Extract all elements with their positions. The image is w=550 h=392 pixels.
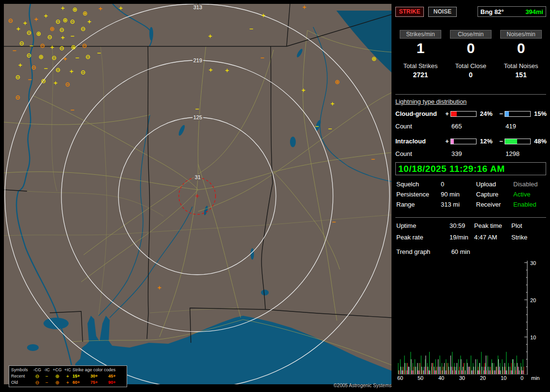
receiver-label: Receiver: [476, 201, 513, 208]
clock: 10/18/2025 11:29:16 AM: [395, 162, 546, 175]
range-value: 313 mi: [441, 201, 476, 208]
gauge-fill: [451, 112, 457, 116]
legend-age-code: 30+: [90, 373, 108, 379]
legend-row-label: Old: [11, 379, 32, 386]
cg-positive-gauge: [450, 111, 477, 117]
legend-symbol: ⊖: [32, 373, 42, 379]
app-window: 313 219 125 31 Symbols-CG-IC+CG+ICStrike…: [0, 0, 550, 392]
legend-age-code: 90+: [108, 379, 125, 386]
total-noises-value: 151: [496, 71, 546, 79]
legend-type-header: +IC: [63, 367, 72, 373]
plot-value: Strike: [511, 234, 546, 241]
uptime-label: Uptime: [396, 222, 449, 229]
y-tick-20: 20: [530, 297, 536, 303]
ring-label-219: 219: [193, 57, 202, 63]
uptime-value: 30:59: [449, 222, 474, 229]
total-close-label: Total Close: [446, 62, 496, 70]
minus-sign: −: [498, 138, 505, 145]
legend-symbol: −: [42, 373, 52, 379]
ic-negative-count: 1298: [505, 150, 532, 157]
gauge-fill: [505, 112, 509, 116]
copyright: ©2005 Astrogenic Systems: [333, 383, 391, 388]
gauge-fill: [451, 139, 454, 144]
section-divider: [395, 217, 546, 218]
intracloud-count-row: Count 339 1298: [395, 150, 546, 158]
strikes-per-min-value: 1: [395, 41, 446, 56]
trend-graph-window: 60 min: [451, 248, 470, 255]
peak-rate-label: Peak rate: [396, 234, 449, 241]
legend-symbols-header: Symbols: [11, 367, 32, 373]
trend-graph-label: Trend graph: [396, 248, 449, 255]
distribution-title: Lightning type distribution: [395, 98, 546, 105]
upload-label: Upload: [476, 181, 513, 188]
cg-positive-pct: 24%: [478, 110, 498, 117]
total-close-value: 0: [446, 71, 496, 79]
x-unit-label: min: [531, 375, 540, 381]
strikes-per-min-label: Strikes/min: [400, 30, 441, 39]
x-tick-0: 0: [521, 375, 523, 381]
top-bar: STRIKE NOISE Bng 82° 394mi: [395, 6, 546, 17]
legend-type-header: -CG: [32, 367, 42, 373]
noises-per-min-label: Noises/min: [500, 30, 542, 39]
intracloud-row: Intracloud + 12% − 48%: [395, 137, 546, 145]
legend-symbol: ⊕: [52, 379, 63, 386]
cloud-ground-row: Cloud-ground + 24% − 15%: [395, 110, 546, 118]
squelch-value: 0: [441, 181, 476, 188]
stats-column-close: Close/min 0 Total Close 0: [446, 30, 496, 79]
cg-negative-count: 419: [505, 123, 532, 130]
x-tick-20: 20: [480, 375, 486, 381]
noise-button[interactable]: NOISE: [428, 7, 457, 17]
stats-column-strikes: Strikes/min 1 Total Strikes 2721: [395, 30, 446, 79]
legend-age-code: 60+: [72, 379, 90, 386]
close-per-min-value: 0: [446, 41, 496, 56]
count-label: Count: [395, 123, 444, 130]
x-tick-50: 50: [418, 375, 423, 381]
legend-type-header: -IC: [42, 367, 52, 373]
bearing-box: Bng 82° 394mi: [478, 6, 546, 17]
strike-button[interactable]: STRIKE: [395, 7, 424, 17]
stats-column-noises: Noises/min 0 Total Noises 151: [496, 30, 546, 79]
map-legend: Symbols-CG-IC+CG+ICStrike age color code…: [9, 365, 127, 387]
plus-sign: +: [444, 110, 450, 117]
legend-symbol: +: [63, 379, 72, 386]
legend-symbol: ⊖: [32, 379, 42, 386]
total-strikes-label: Total Strikes: [395, 62, 446, 70]
peak-rate-value: 19/min: [449, 234, 474, 241]
noises-per-min-value: 0: [496, 41, 546, 56]
legend-type-header: +CG: [52, 367, 63, 373]
ring-label-125: 125: [193, 114, 202, 120]
ring-label-31: 31: [195, 174, 201, 180]
x-tick-30: 30: [459, 375, 465, 381]
ic-positive-gauge: [450, 139, 477, 144]
x-tick-60: 60: [397, 375, 403, 381]
cg-negative-gauge: [505, 111, 531, 117]
capture-value: Active: [513, 191, 546, 198]
ic-negative-gauge: [505, 139, 531, 144]
squelch-label: Squelch: [396, 181, 441, 188]
range-label: Range: [396, 201, 441, 208]
cloud-ground-label: Cloud-ground: [395, 110, 444, 117]
intracloud-label: Intracloud: [395, 138, 444, 145]
persistence-label: Persistence: [396, 191, 441, 198]
legend-row-label: Recent: [11, 373, 32, 379]
cg-positive-count: 665: [450, 123, 478, 130]
y-tick-30: 30: [530, 260, 536, 266]
plus-sign: +: [444, 138, 450, 145]
persistence-value: 90 min: [441, 191, 476, 198]
lightning-distribution-section: Lightning type distribution Cloud-ground…: [395, 94, 546, 158]
y-tick-10: 10: [530, 335, 536, 340]
total-strikes-value: 2721: [395, 71, 446, 79]
trend-graph-header: Trend graph 60 min: [396, 248, 470, 255]
x-tick-40: 40: [438, 375, 444, 381]
close-per-min-label: Close/min: [450, 30, 492, 39]
trend-graph: 30 20 10 60 50 40 30 20 10 0 min: [395, 260, 550, 381]
gauge-fill: [505, 139, 517, 144]
map-canvas: 313 219 125 31: [4, 4, 391, 384]
status-grid: Uptime 30:59 Peak time Plot Peak rate 19…: [396, 222, 546, 241]
legend-age-code: 75+: [90, 379, 108, 386]
minus-sign: −: [498, 110, 505, 117]
legend-symbol: −: [42, 379, 52, 386]
peak-time-value: 4:47 AM: [474, 234, 511, 241]
trend-graph-bg: [395, 260, 550, 381]
ic-negative-pct: 48%: [532, 138, 547, 145]
